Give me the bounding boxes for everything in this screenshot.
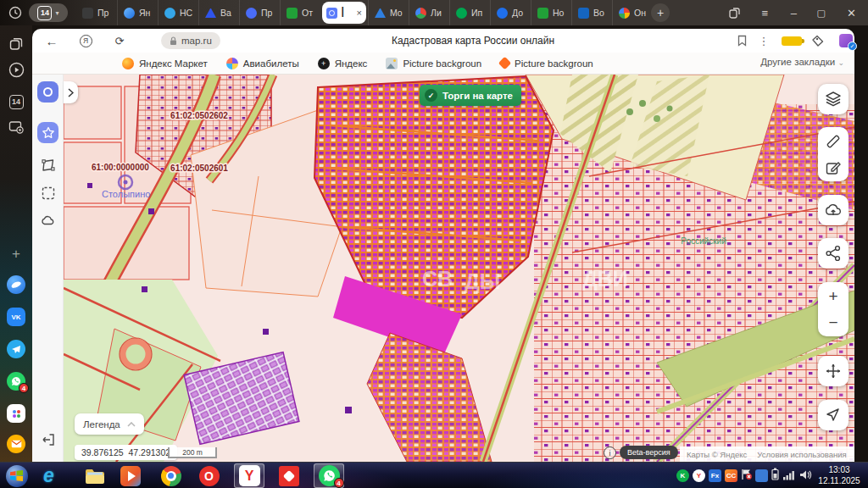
minimize-button[interactable]: –: [791, 0, 797, 25]
tab-10[interactable]: Ип: [449, 0, 490, 25]
bookmark-yandex-market[interactable]: Яндекс Маркет: [122, 58, 208, 69]
scale-bar: 200 m: [168, 447, 217, 458]
edit-button[interactable]: [818, 154, 849, 180]
bookmark-yandex[interactable]: + Яндекс: [318, 58, 368, 69]
yandex-services-button[interactable]: Я: [76, 31, 95, 50]
bookmark-picture-1[interactable]: Picture backgroun: [386, 58, 481, 69]
promo-tag-button[interactable]: [809, 31, 827, 50]
tray-fx-icon[interactable]: Fx: [709, 469, 721, 482]
terms-link[interactable]: Условия использования: [757, 450, 846, 459]
tab-counter[interactable]: 14 ▾: [29, 3, 68, 22]
anydesk-icon[interactable]: [277, 464, 300, 487]
vk-icon[interactable]: VK: [6, 307, 26, 327]
clock-time: 13:03: [814, 464, 865, 475]
start-button[interactable]: [5, 464, 28, 487]
pan-button[interactable]: [818, 356, 849, 386]
address-bar[interactable]: map.ru: [161, 32, 220, 49]
area-select-button[interactable]: [37, 182, 58, 203]
tab-8[interactable]: Мо: [368, 0, 409, 25]
chrome-icon[interactable]: [159, 464, 182, 487]
sidebar-tab-counter[interactable]: 14: [6, 92, 26, 112]
upload-button[interactable]: [818, 195, 849, 225]
screenshot-button[interactable]: [6, 117, 26, 137]
torgi-na-karte-button[interactable]: ✓ Торги на карте: [420, 85, 521, 106]
reload-button[interactable]: ⟳: [110, 31, 129, 50]
favorites-button[interactable]: [37, 122, 58, 143]
tab-2[interactable]: Ян: [117, 0, 158, 25]
bookmark-button[interactable]: [732, 31, 751, 50]
tab-14[interactable]: Он: [612, 0, 653, 25]
close-window-button[interactable]: ✕: [847, 0, 856, 25]
new-tab-button[interactable]: +: [651, 3, 670, 22]
close-tab-icon[interactable]: ×: [357, 8, 362, 18]
games-icon[interactable]: [6, 403, 26, 424]
tab-1[interactable]: Пр: [76, 0, 117, 25]
zoom-out-button[interactable]: −: [818, 309, 849, 336]
browser-toolbar: ← Я ⟳ map.ru Кадастровая карта России он…: [32, 29, 854, 53]
coordinates-readout: 39.876125 47.291302: [75, 445, 177, 460]
telegram-icon[interactable]: [6, 339, 26, 359]
mail-icon[interactable]: [6, 434, 26, 454]
cadastral-label-2[interactable]: 61:02:0502601: [170, 164, 228, 173]
yandex-browser-icon[interactable]: [6, 274, 26, 295]
internet-explorer-icon[interactable]: e: [37, 464, 60, 487]
tab-6[interactable]: От: [280, 0, 320, 25]
bookmark-aviabilety[interactable]: Авиабилеты: [226, 58, 299, 69]
tab-13[interactable]: Во: [571, 0, 612, 25]
tray-cc-icon[interactable]: CC: [725, 469, 737, 482]
battery-saver-icon[interactable]: [782, 36, 802, 46]
maximize-button[interactable]: ▢: [817, 0, 826, 25]
share-button[interactable]: [818, 238, 849, 269]
taskbar-clock[interactable]: 13:03 12.11.2025: [814, 464, 865, 486]
exit-panel-button[interactable]: [37, 429, 58, 450]
cloud-button[interactable]: [37, 210, 58, 231]
info-icon[interactable]: i: [604, 446, 616, 459]
panels-button[interactable]: [728, 0, 741, 25]
tray-yandex-icon[interactable]: Y: [693, 469, 705, 482]
kebab-menu-button[interactable]: ⋮: [754, 31, 773, 50]
tray-volume-icon[interactable]: [799, 469, 812, 484]
legend-button[interactable]: Легенда: [75, 413, 144, 435]
polygon-tool-button[interactable]: [37, 154, 58, 175]
tray-battery-icon[interactable]: [771, 468, 779, 484]
tray-network-icon[interactable]: [782, 469, 796, 484]
settlement-label-rossiysky[interactable]: Российский: [681, 236, 726, 246]
cadastral-label-district[interactable]: 61:00:0000000: [92, 163, 149, 172]
settlement-label-stolypino[interactable]: Столыпино: [102, 189, 150, 199]
tab-active[interactable]: I ×: [322, 2, 366, 24]
tab-4[interactable]: Ва: [198, 0, 239, 25]
downloads-button[interactable]: 1: [865, 31, 868, 50]
tab-3[interactable]: НС: [158, 0, 198, 25]
file-explorer-icon[interactable]: [83, 464, 106, 487]
media-player-icon[interactable]: [119, 464, 142, 487]
back-button[interactable]: ←: [42, 31, 61, 50]
whatsapp-icon[interactable]: 4: [6, 371, 26, 391]
tab-12[interactable]: Но: [531, 0, 571, 25]
yandex-browser-taskbar[interactable]: Y: [234, 463, 264, 488]
tab-favicon: [578, 8, 589, 19]
menu-button[interactable]: ≡: [761, 0, 768, 25]
opera-icon[interactable]: O: [198, 464, 220, 487]
zoom-in-button[interactable]: +: [818, 283, 849, 309]
map-canvas[interactable]: СВ ДЫ ДВИ 61:02:0502602 61:02:0502601 61…: [64, 75, 854, 462]
tray-app-icon[interactable]: [755, 469, 768, 482]
whatsapp-taskbar[interactable]: 4: [314, 463, 344, 488]
sidebar-expander[interactable]: [64, 81, 78, 103]
layers-button[interactable]: [818, 84, 849, 114]
video-button[interactable]: [6, 59, 26, 80]
tray-kaspersky-icon[interactable]: K: [676, 469, 689, 482]
tab-9[interactable]: Ли: [409, 0, 449, 25]
extension-button[interactable]: ✓: [839, 34, 853, 47]
other-bookmarks-button[interactable]: Другие закладки ⌄: [760, 57, 844, 67]
measure-button[interactable]: [818, 128, 849, 154]
tray-flag-icon[interactable]: [741, 469, 752, 484]
cadastral-label-1[interactable]: 61:02:0502602: [170, 111, 228, 120]
locate-button[interactable]: [818, 400, 849, 430]
tab-5[interactable]: Пр: [239, 0, 280, 25]
sidebar-add-button[interactable]: +: [6, 244, 26, 264]
app-logo[interactable]: [37, 81, 58, 103]
bookmark-picture-2[interactable]: Picture backgroun: [500, 58, 593, 69]
history-clock-icon[interactable]: [8, 6, 22, 23]
tab-11[interactable]: До: [490, 0, 531, 25]
collections-button[interactable]: [6, 34, 26, 54]
